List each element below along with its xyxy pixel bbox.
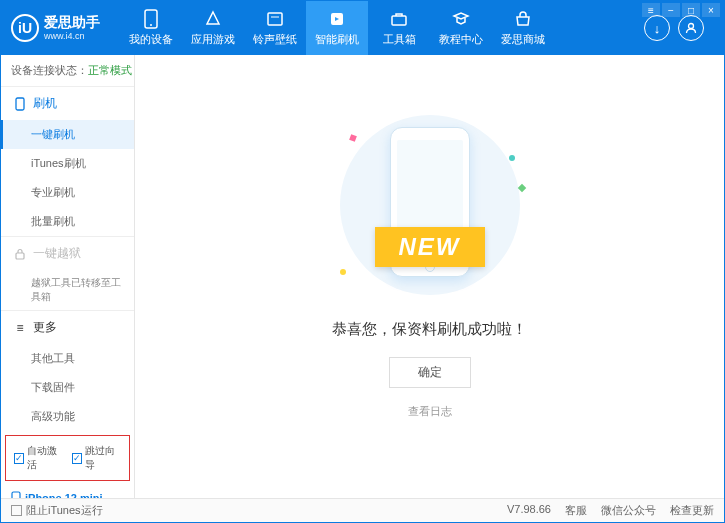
checkbox-auto-activate[interactable]: ✓自动激活: [14, 444, 64, 472]
nav-apps[interactable]: 应用游戏: [182, 1, 244, 55]
svg-rect-4: [392, 16, 406, 25]
nav-tutorials[interactable]: 教程中心: [430, 1, 492, 55]
logo-icon: iU: [11, 14, 39, 42]
main-nav: 我的设备 应用游戏 铃声壁纸 智能刷机 工具箱 教程中心 爱思商城: [120, 1, 554, 55]
svg-rect-6: [16, 98, 24, 110]
nav-toolbox[interactable]: 工具箱: [368, 1, 430, 55]
svg-point-5: [689, 24, 694, 29]
sidebar-item-batch[interactable]: 批量刷机: [1, 207, 134, 236]
wallpaper-icon: [265, 9, 285, 29]
jailbreak-note: 越狱工具已转移至工具箱: [1, 270, 134, 310]
sidebar-item-download[interactable]: 下载固件: [1, 373, 134, 402]
version-label: V7.98.66: [507, 503, 551, 518]
minimize-button[interactable]: −: [662, 3, 680, 17]
app-header: ≡ − □ × iU 爱思助手 www.i4.cn 我的设备 应用游戏 铃声壁纸…: [1, 1, 724, 55]
sidebar-flash-header[interactable]: 刷机: [1, 87, 134, 120]
footer-wechat[interactable]: 微信公众号: [601, 503, 656, 518]
phone-icon: [141, 9, 161, 29]
flash-icon: [327, 9, 347, 29]
sidebar-item-itunes[interactable]: iTunes刷机: [1, 149, 134, 178]
lock-icon: [13, 247, 27, 261]
sidebar-more-header[interactable]: ≡ 更多: [1, 311, 134, 344]
sidebar: 设备连接状态：正常模式 刷机 一键刷机 iTunes刷机 专业刷机 批量刷机 一…: [1, 55, 135, 498]
maximize-button[interactable]: □: [682, 3, 700, 17]
user-button[interactable]: [678, 15, 704, 41]
menu-button[interactable]: ≡: [642, 3, 660, 17]
new-banner: NEW: [375, 227, 485, 267]
footer-update[interactable]: 检查更新: [670, 503, 714, 518]
main-content: NEW 恭喜您，保资料刷机成功啦！ 确定 查看日志: [135, 55, 724, 498]
sidebar-item-other[interactable]: 其他工具: [1, 344, 134, 373]
download-button[interactable]: ↓: [644, 15, 670, 41]
nav-flash[interactable]: 智能刷机: [306, 1, 368, 55]
option-checkboxes: ✓自动激活 ✓跳过向导: [5, 435, 130, 481]
svg-point-1: [150, 24, 152, 26]
app-logo: iU 爱思助手 www.i4.cn: [11, 14, 100, 42]
success-illustration: NEW: [330, 125, 530, 295]
sidebar-item-oneclick[interactable]: 一键刷机: [1, 120, 134, 149]
flash-section-icon: [13, 97, 27, 111]
checkbox-block-itunes[interactable]: 阻止iTunes运行: [11, 503, 103, 518]
footer: 阻止iTunes运行 V7.98.66 客服 微信公众号 检查更新: [1, 498, 724, 522]
footer-support[interactable]: 客服: [565, 503, 587, 518]
sidebar-item-pro[interactable]: 专业刷机: [1, 178, 134, 207]
more-icon: ≡: [13, 321, 27, 335]
sidebar-item-advanced[interactable]: 高级功能: [1, 402, 134, 431]
window-controls: ≡ − □ ×: [642, 3, 720, 17]
nav-my-device[interactable]: 我的设备: [120, 1, 182, 55]
nav-store[interactable]: 爱思商城: [492, 1, 554, 55]
toolbox-icon: [389, 9, 409, 29]
apps-icon: [203, 9, 223, 29]
sidebar-jailbreak-header: 一键越狱: [1, 237, 134, 270]
checkbox-skip-guide[interactable]: ✓跳过向导: [72, 444, 122, 472]
app-url: www.i4.cn: [44, 31, 100, 42]
confirm-button[interactable]: 确定: [389, 357, 471, 388]
svg-rect-2: [268, 13, 282, 25]
store-icon: [513, 9, 533, 29]
success-message: 恭喜您，保资料刷机成功啦！: [332, 320, 527, 339]
tutorial-icon: [451, 9, 471, 29]
connection-status: 设备连接状态：正常模式: [1, 55, 134, 87]
close-button[interactable]: ×: [702, 3, 720, 17]
view-log-link[interactable]: 查看日志: [408, 404, 452, 419]
nav-ringtones[interactable]: 铃声壁纸: [244, 1, 306, 55]
app-title: 爱思助手: [44, 14, 100, 31]
svg-rect-7: [16, 253, 24, 259]
